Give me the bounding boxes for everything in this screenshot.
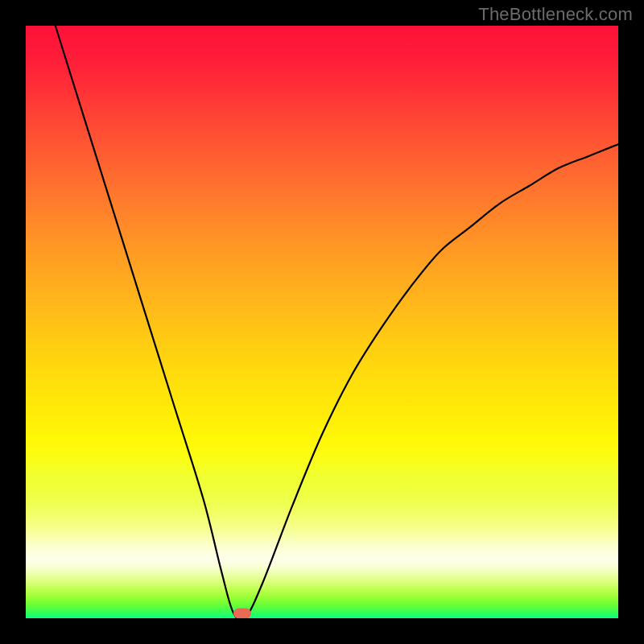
watermark-text: TheBottleneck.com [478, 4, 633, 25]
chart-frame: TheBottleneck.com [0, 0, 644, 644]
curve-svg [26, 26, 618, 618]
optimal-point-marker [233, 609, 251, 618]
bottleneck-curve [56, 26, 618, 618]
plot-area [26, 26, 618, 618]
